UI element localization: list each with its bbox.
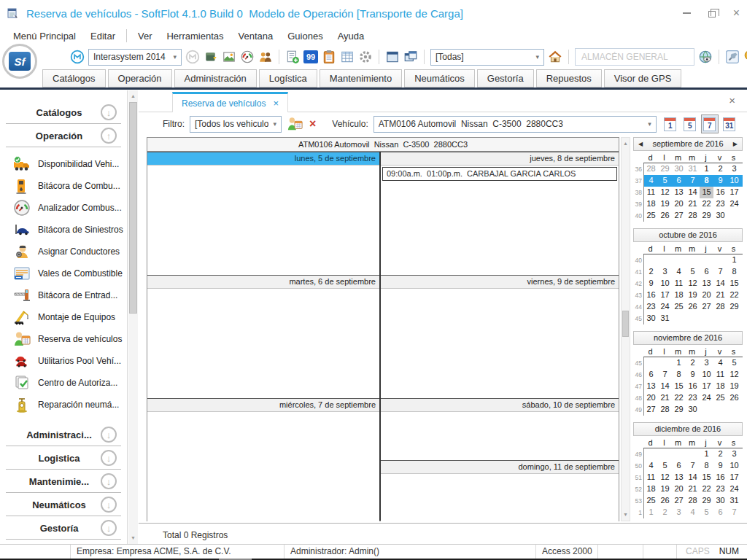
warehouse-input[interactable] (575, 48, 694, 66)
module-tab-log-stica[interactable]: Logística (259, 69, 317, 88)
section-expand-arrow-icon[interactable]: ↓ (101, 497, 117, 513)
filtro-combo[interactable]: [Todos los vehiculos] ▾ (190, 116, 282, 133)
menu-item-ver[interactable]: Ver (131, 28, 160, 44)
view-31-days-button[interactable]: 31 (721, 114, 738, 133)
minical-day[interactable]: 5 (658, 460, 672, 472)
minical-day[interactable]: 14 (686, 472, 700, 483)
minical-day[interactable]: 13 (700, 278, 713, 289)
minical-day[interactable]: 1 (672, 357, 686, 369)
day-header-lunes-5-de-septiembre[interactable]: lunes, 5 de septiembre (147, 152, 379, 166)
minical-day[interactable]: 18 (672, 289, 686, 301)
day-cell-mi-rcoles-7-de-septiembre[interactable] (147, 412, 379, 521)
minical-day[interactable]: 20 (672, 483, 686, 495)
minical-day[interactable]: 12 (727, 369, 741, 381)
minical-day[interactable]: 10 (658, 278, 672, 289)
minical-day[interactable]: 11 (713, 369, 727, 381)
minical-day[interactable]: 29 (727, 301, 741, 313)
minical-day[interactable]: 23 (686, 392, 700, 404)
minical-day[interactable]: 30 (644, 313, 658, 324)
minical-day[interactable]: 26 (686, 301, 700, 313)
menu-item-men-principal[interactable]: Menú Principal (6, 28, 83, 44)
globe-icon[interactable] (698, 50, 713, 64)
minical-day[interactable]: 5 (658, 175, 672, 187)
minical-day[interactable]: 29 (700, 210, 713, 222)
restore-button[interactable] (708, 11, 716, 18)
minical-day[interactable]: 14 (686, 187, 700, 198)
minical-day[interactable]: 21 (713, 289, 727, 301)
sidebar-section-gestor-a[interactable]: Gestoría↓ (0, 516, 127, 540)
minical-day[interactable]: 18 (644, 483, 658, 495)
minical-day[interactable]: 3 (658, 266, 672, 278)
menu-item-editar[interactable]: Editar (83, 28, 123, 44)
sidebar-item-bit-cora-de-combu[interactable]: Bitácora de Combu... (0, 175, 127, 197)
minical-day[interactable]: 21 (686, 198, 700, 210)
minical-day[interactable]: 8 (727, 266, 741, 278)
minical-day[interactable]: 9 (644, 278, 658, 289)
minical-day[interactable]: 17 (727, 187, 741, 198)
home-icon[interactable] (548, 50, 562, 64)
minical-day[interactable]: 21 (686, 483, 700, 495)
minical-day[interactable]: 17 (727, 472, 741, 483)
day-cell-lunes-5-de-septiembre[interactable] (147, 166, 379, 275)
minical-day[interactable]: 12 (686, 278, 700, 289)
menu-item-ayuda[interactable]: Ayuda (330, 28, 372, 44)
minical-day[interactable]: 20 (644, 392, 658, 404)
minical-day[interactable]: 11 (644, 187, 658, 198)
minical-day[interactable]: 24 (700, 392, 713, 404)
minical-day[interactable]: 17 (700, 381, 713, 392)
gauge-icon[interactable] (240, 50, 255, 64)
minical-day[interactable]: 27 (644, 404, 658, 416)
minical-day[interactable]: 10 (727, 175, 741, 187)
module-tab-operaci-n[interactable]: Operación (108, 69, 172, 88)
day-header-s-bado-10-de-septiembre[interactable]: sábado, 10 de septiembre (381, 398, 619, 412)
minical-day[interactable]: 6 (713, 507, 727, 518)
minical-day[interactable]: 3 (727, 448, 741, 460)
badge-99-icon[interactable]: 99 (303, 50, 318, 63)
minical-day[interactable]: 18 (644, 198, 658, 210)
minical-day[interactable]: 30 (672, 163, 686, 175)
minical-day[interactable]: 24 (658, 301, 672, 313)
minical-day[interactable]: 25 (644, 495, 658, 507)
gear-icon[interactable] (358, 50, 373, 64)
minical-day[interactable]: 9 (686, 369, 700, 381)
minical-day[interactable]: 22 (672, 392, 686, 404)
minical-day[interactable]: 25 (672, 301, 686, 313)
minical-day[interactable]: 10 (700, 369, 713, 381)
clipboard-icon[interactable] (322, 50, 336, 64)
sidebar-item-disponibilidad-vehi[interactable]: Disponibilidad Vehi... (0, 153, 127, 175)
scheduler-scrollbar[interactable]: ▲ ▼ (621, 137, 630, 521)
minical-day[interactable]: 8 (672, 369, 686, 381)
minical-day[interactable]: 27 (700, 301, 713, 313)
minical-day[interactable]: 19 (686, 289, 700, 301)
minical-day[interactable]: 5 (686, 266, 700, 278)
minical-day[interactable]: 26 (658, 210, 672, 222)
minical-day[interactable]: 8 (700, 175, 713, 187)
close-button[interactable]: × (733, 7, 740, 19)
sidebar-section-cat-logos[interactable]: Catálogos↓ (0, 101, 127, 124)
minical-day[interactable]: 2 (644, 266, 658, 278)
view-5-days-button[interactable]: 5 (681, 114, 699, 133)
minical-day[interactable]: 25 (713, 392, 727, 404)
minical-day[interactable]: 3 (672, 507, 686, 518)
minical-day[interactable]: 15 (727, 278, 741, 289)
minical-day[interactable]: 24 (727, 483, 741, 495)
picture-icon[interactable] (222, 50, 236, 64)
minical-day[interactable]: 24 (727, 198, 741, 210)
minical-day[interactable]: 16 (686, 381, 700, 392)
minical-day[interactable]: 2 (713, 163, 727, 175)
sidebar-item-reparaci-n-neum[interactable]: Reparación neumá... (0, 394, 127, 416)
sidebar-item-bit-cora-de-entrad[interactable]: Bitácora de Entrad... (0, 284, 127, 306)
grid-icon[interactable] (340, 50, 355, 64)
minical-day[interactable]: 3 (700, 357, 713, 369)
sidebar-item-bit-cora-de-siniestros[interactable]: Bitácora de Siniestros (0, 219, 127, 241)
minical-day[interactable]: 11 (672, 278, 686, 289)
module-tab-administraci-n[interactable]: Administración (174, 69, 257, 88)
day-header-martes-6-de-septiembre[interactable]: martes, 6 de septiembre (147, 275, 379, 289)
sidebar-item-reserva-de-veh-culos[interactable]: Reserva de vehículos (0, 328, 127, 350)
minical-day[interactable]: 14 (713, 278, 727, 289)
minical-day[interactable]: 23 (644, 301, 658, 313)
day-cell-jueves-8-de-septiembre[interactable]: 09:00a.m. 01:00p.m. CARBAJAL GARCIA CARL… (381, 166, 619, 275)
minical-day[interactable]: 15 (700, 472, 713, 483)
minical-day[interactable]: 16 (713, 187, 727, 198)
minical-day[interactable]: 28 (686, 210, 700, 222)
